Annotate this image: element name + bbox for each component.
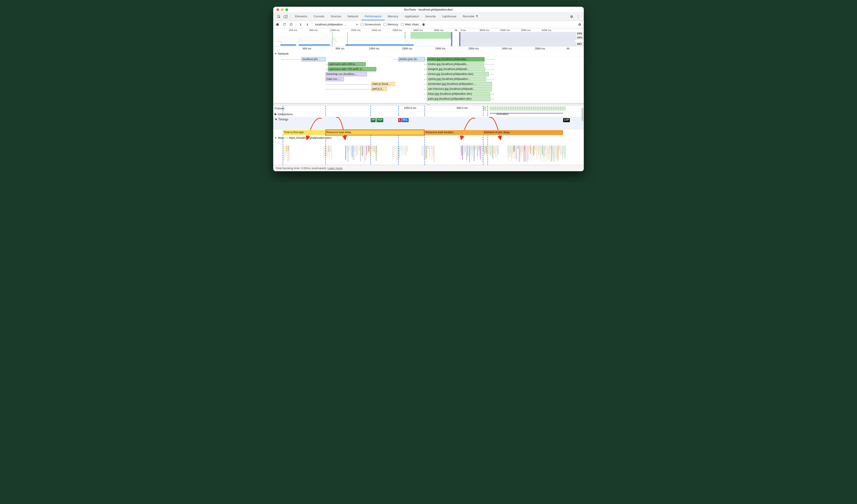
- clear-icon[interactable]: [289, 22, 293, 27]
- profile-selector[interactable]: localhost.philipwalton....: [315, 23, 356, 26]
- network-request[interactable]: localhost.phi...: [301, 57, 326, 62]
- timing-marker-l[interactable]: L: [398, 118, 402, 122]
- network-request[interactable]: tokyo.jpg (localhost.philipwalton.dev): [427, 92, 490, 96]
- frame-duration: 1050.0 ms: [404, 106, 416, 110]
- main-thread-track[interactable]: [273, 140, 584, 165]
- window-title: DevTools - localhost.philipwalton.dev/: [273, 8, 584, 11]
- web-vitals-checkbox[interactable]: Web Vitals: [401, 23, 419, 26]
- network-request[interactable]: london.jpg (localhost.philipwalto...: [427, 62, 484, 66]
- ruler-tick: 994 ms: [336, 47, 344, 50]
- overview-strip[interactable]: 494 ms994 ms1494 ms1994 ms2494 ms2994 ms…: [273, 28, 584, 46]
- inspect-icon[interactable]: [275, 13, 282, 20]
- network-section-header[interactable]: ▼ Network: [273, 51, 584, 56]
- lcp-phase[interactable]: Resource load duration: [424, 130, 483, 135]
- tab-elements[interactable]: Elements: [292, 13, 310, 20]
- screenshots-checkbox[interactable]: Screenshots: [360, 23, 381, 26]
- tab-sources[interactable]: Sources: [327, 13, 345, 20]
- overview-tick: 494 ms: [289, 29, 297, 32]
- lcp-phase[interactable]: Element render delay: [483, 130, 563, 135]
- ruler-tick: 1994 ms: [402, 47, 412, 50]
- network-request[interactable]: main.js (local...: [371, 82, 395, 86]
- settings-gear-icon[interactable]: [568, 13, 575, 20]
- vertical-scrollbar[interactable]: [582, 107, 583, 121]
- animation-label: Animation: [497, 113, 508, 116]
- overview-tick: 5994 ms: [521, 29, 531, 32]
- upload-profile-icon[interactable]: [299, 22, 303, 27]
- learn-more-link[interactable]: Learn more: [327, 167, 342, 170]
- tab-console[interactable]: Console: [310, 13, 327, 20]
- network-request[interactable]: bootstrap.css (localhos...: [325, 72, 367, 76]
- perf-settings-gear-icon[interactable]: [577, 22, 582, 27]
- panels-tabbar: ElementsConsoleSourcesNetworkPerformance…: [273, 13, 584, 21]
- network-request[interactable]: paris.jpg (localhost.philipwalton.dev): [427, 97, 490, 101]
- ruler-tick: 3494 ms: [502, 47, 512, 50]
- ruler-tick: 44: [567, 47, 569, 50]
- tab-recorder-[interactable]: Recorder ⚗: [459, 13, 482, 20]
- timings-track[interactable]: ▼ Timings FPFCPLDCLLCP: [273, 117, 584, 130]
- disclosure-triangle-icon: ▼: [274, 52, 277, 55]
- perf-toolbar: localhost.philipwalton.... ▾ Screenshots…: [273, 21, 584, 28]
- overview-tick: 2494 ms: [372, 29, 381, 32]
- dropdown-caret-icon[interactable]: ▾: [356, 23, 358, 26]
- trash-icon[interactable]: [421, 22, 425, 27]
- overview-fps-label: FPS: [575, 32, 584, 35]
- network-request[interactable]: main.css ...: [325, 77, 344, 81]
- overview-tick: 44: [455, 29, 457, 32]
- main-section-header[interactable]: ▼ Main — https://localhost.philipwalton.…: [273, 135, 584, 140]
- overview-tick: 1494 ms: [330, 29, 340, 32]
- overview-handle-left[interactable]: [451, 32, 452, 46]
- overview-tick: 1994 ms: [351, 29, 360, 32]
- interactions-track[interactable]: ▶ Interactions Animation: [273, 112, 584, 117]
- svg-rect-1: [284, 16, 286, 18]
- lcp-phase[interactable]: Time to first byte: [283, 130, 325, 135]
- tab-network[interactable]: Network: [345, 13, 362, 20]
- timing-marker-fp[interactable]: FP: [371, 118, 375, 122]
- tab-memory[interactable]: Memory: [385, 13, 402, 20]
- tab-application[interactable]: Application: [402, 13, 422, 20]
- download-profile-icon[interactable]: [305, 22, 309, 27]
- svg-point-3: [276, 23, 279, 26]
- tab-security[interactable]: Security: [422, 13, 439, 20]
- timing-marker-dcl[interactable]: DCL: [402, 118, 409, 122]
- highlight-outline: [325, 130, 424, 135]
- network-request[interactable]: photos.json (lo...: [398, 57, 425, 62]
- network-request[interactable]: amsterdam.jpg (localhost.philipwalton...…: [427, 82, 492, 86]
- network-request[interactable]: opensans-latin-700.woff2 (l...: [328, 67, 376, 71]
- timing-marker-fcp[interactable]: FCP: [376, 118, 383, 122]
- lcp-phases-track[interactable]: Time to first byteResource load delayRes…: [273, 130, 584, 135]
- reload-icon[interactable]: [282, 22, 286, 27]
- status-bar: Total blocking time: 0.00ms (estimated) …: [273, 165, 584, 171]
- ruler-tick: 2494 ms: [435, 47, 446, 50]
- network-request[interactable]: opensans-latin-400.w...: [328, 62, 366, 66]
- frame-duration: 500.0 ms: [457, 106, 468, 110]
- overview-tick: 3494 ms: [413, 29, 423, 32]
- ruler-tick: 494 ms: [302, 47, 311, 50]
- resize-handle-icon[interactable]: • • •: [273, 103, 584, 106]
- network-request[interactable]: perf.js (l...: [371, 87, 387, 91]
- network-request[interactable]: sydney.jpg (localhost.philipwalton...: [427, 77, 486, 81]
- network-request[interactable]: bangkok.jpg (localhost.philipwalt...: [427, 67, 485, 71]
- detail-ruler[interactable]: 494 ms994 ms1494 ms1994 ms2494 ms2994 ms…: [273, 46, 584, 51]
- tab-performance[interactable]: Performance: [362, 13, 384, 20]
- network-request[interactable]: venice.jpg (localhost.philipwalton.dev): [427, 72, 489, 76]
- record-icon[interactable]: [275, 22, 280, 27]
- network-request[interactable]: san-francisco.jpg (localhost.philipwalt.…: [427, 87, 492, 91]
- kebab-menu-icon[interactable]: ⋮: [575, 13, 582, 20]
- memory-checkbox[interactable]: Memory: [384, 23, 398, 26]
- device-toolbar-icon[interactable]: [282, 13, 289, 20]
- titlebar: DevTools - localhost.philipwalton.dev/: [273, 7, 584, 13]
- overview-tick: 4994 ms: [480, 29, 489, 32]
- network-request[interactable]: london.jpg (localhost.philipwalto...: [427, 57, 485, 62]
- timing-marker-lcp[interactable]: LCP: [563, 118, 570, 122]
- overview-tick: 994 ms: [309, 29, 318, 32]
- devtools-window: DevTools - localhost.philipwalton.dev/ E…: [273, 7, 584, 171]
- tab-lighthouse[interactable]: Lighthouse: [439, 13, 459, 20]
- disclosure-triangle-icon: ▼: [274, 137, 277, 139]
- network-track[interactable]: localhost.phi...opensans-latin-400.w...o…: [273, 56, 584, 103]
- overview-cpu-label: CPU: [575, 36, 584, 39]
- total-blocking-time: Total blocking time: 0.00ms (estimated): [275, 167, 326, 170]
- overview-handle-right[interactable]: [459, 32, 460, 46]
- frames-track[interactable]: Frames 1050.0 ms500.0 ms: [273, 106, 584, 112]
- overview-net-label: NET: [575, 42, 584, 46]
- overview-tick: 4 ms: [460, 29, 466, 32]
